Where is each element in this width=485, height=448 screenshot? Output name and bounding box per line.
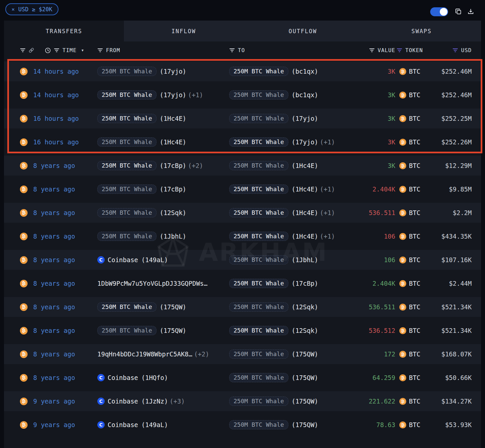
exchange-entity[interactable]: CCoinbase — [97, 398, 138, 405]
filter-icon[interactable] — [229, 48, 235, 52]
token-cell[interactable]: ₿BTC — [395, 374, 426, 381]
address-text[interactable]: (17yjo) — [292, 115, 318, 122]
to-header-label[interactable]: TO — [238, 47, 245, 53]
address-text[interactable]: (1Hc4E) — [292, 233, 318, 240]
token-cell[interactable]: ₿BTC — [395, 233, 426, 240]
address-text[interactable]: (1Hc4E) — [160, 115, 186, 122]
tab-transfers[interactable]: TRANSFERS — [4, 21, 124, 41]
live-toggle[interactable] — [430, 7, 448, 16]
entity-chip[interactable]: 250M BTC Whale — [229, 349, 288, 359]
address-text[interactable]: (1JzNz) — [142, 398, 168, 405]
table-row[interactable]: ₿ 8 years ago CCoinbase (1HQfo) 250M BTC… — [4, 368, 481, 388]
address-text[interactable]: (1Hc4E) — [160, 138, 186, 146]
address-text[interactable]: (149aL) — [142, 256, 168, 263]
chevron-down-icon[interactable]: ▼ — [82, 48, 84, 52]
row-time[interactable]: 8 years ago — [33, 327, 97, 334]
value-header-label[interactable]: VALUE — [378, 47, 395, 53]
entity-chip[interactable]: 250M BTC Whale — [97, 208, 156, 217]
address-text[interactable]: (1Hc4E) — [292, 209, 318, 216]
time-header-label[interactable]: TIME — [62, 47, 77, 53]
token-cell[interactable]: ₿BTC — [395, 256, 426, 263]
token-cell[interactable]: ₿BTC — [395, 350, 426, 358]
row-time[interactable]: 9 years ago — [33, 398, 97, 405]
usd-filter-chip[interactable]: ✕ USD ≥ $20K — [5, 3, 58, 15]
address-text[interactable]: (175QW) — [292, 398, 318, 405]
table-row[interactable]: ₿ 16 hours ago 250M BTC Whale (1Hc4E) 25… — [4, 109, 481, 128]
tab-swaps[interactable]: SWAPS — [362, 21, 481, 41]
table-row[interactable]: ₿ 8 years ago 250M BTC Whale (1JbhL) 250… — [4, 226, 481, 246]
token-cell[interactable]: ₿BTC — [395, 421, 426, 428]
entity-chip[interactable]: 250M BTC Whale — [97, 302, 156, 312]
table-row[interactable]: ₿ 8 years ago CCoinbase (149aL) 250M BTC… — [4, 250, 481, 270]
token-cell[interactable]: ₿BTC — [395, 91, 426, 99]
close-icon[interactable]: ✕ — [12, 6, 15, 12]
row-time[interactable]: 8 years ago — [33, 374, 97, 381]
table-row[interactable]: ₿ 8 years ago 19qHn4bDDcJ19W8WbprC5AK8… … — [4, 344, 481, 364]
row-time[interactable]: 8 years ago — [33, 209, 97, 216]
address-text[interactable]: (12Sqk) — [292, 303, 318, 311]
row-time[interactable]: 8 years ago — [33, 233, 97, 240]
entity-chip[interactable]: 250M BTC Whale — [229, 279, 288, 288]
row-time[interactable]: 8 years ago — [33, 256, 97, 263]
filter-icon-active[interactable] — [452, 48, 458, 52]
entity-chip[interactable]: 250M BTC Whale — [97, 326, 156, 335]
address-text[interactable]: (175QW) — [292, 350, 318, 358]
address-text[interactable]: (17yjo) — [292, 138, 318, 146]
table-row[interactable]: ₿ 8 years ago 250M BTC Whale (17cBp) (+2… — [4, 156, 481, 176]
table-row[interactable]: ₿ 8 years ago 1DbW9PcMw7u5YoVGLpDJ33GQPD… — [4, 273, 481, 293]
token-cell[interactable]: ₿BTC — [395, 186, 426, 193]
token-header-label[interactable]: TOKEN — [405, 47, 423, 53]
entity-chip[interactable]: 250M BTC Whale — [229, 161, 288, 170]
from-header-label[interactable]: FROM — [106, 47, 120, 53]
entity-chip[interactable]: 250M BTC Whale — [97, 67, 156, 76]
filter-icon[interactable] — [20, 48, 26, 52]
row-time[interactable]: 14 hours ago — [33, 68, 97, 75]
entity-chip[interactable]: 250M BTC Whale — [97, 161, 156, 170]
filter-icon[interactable] — [54, 48, 59, 52]
address-text[interactable]: (17cBp) — [160, 162, 186, 169]
address-text[interactable]: (bc1qx) — [292, 68, 318, 75]
table-row[interactable]: ₿ 14 hours ago 250M BTC Whale (17yjo) 25… — [4, 61, 481, 81]
exchange-entity[interactable]: CCoinbase — [97, 374, 138, 381]
exchange-entity[interactable]: CCoinbase — [97, 256, 138, 263]
usd-header-label[interactable]: USD — [461, 47, 472, 53]
entity-chip[interactable]: 250M BTC Whale — [229, 420, 288, 429]
token-cell[interactable]: ₿BTC — [395, 138, 426, 146]
address-text[interactable]: (1JbhL) — [160, 233, 186, 240]
entity-chip[interactable]: 250M BTC Whale — [97, 185, 156, 194]
address-text[interactable]: (175QW) — [160, 327, 186, 334]
table-row[interactable]: ₿ 8 years ago 250M BTC Whale (175QW) 250… — [4, 297, 481, 317]
entity-chip[interactable]: 250M BTC Whale — [229, 90, 288, 100]
exchange-entity[interactable]: CCoinbase — [97, 421, 138, 428]
plain-address[interactable]: 1DbW9PcMw7u5YoVGLpDJ33GQPDWs… — [97, 280, 208, 287]
entity-chip[interactable]: 250M BTC Whale — [229, 67, 288, 76]
entity-chip[interactable]: 250M BTC Whale — [229, 302, 288, 312]
address-text[interactable]: (1HQfo) — [142, 374, 168, 381]
table-row[interactable]: ₿ 8 years ago 250M BTC Whale (12Sqk) 250… — [4, 203, 481, 223]
table-row[interactable]: ₿ 16 hours ago 250M BTC Whale (1Hc4E) 25… — [4, 132, 481, 152]
link-icon[interactable] — [29, 47, 34, 53]
token-cell[interactable]: ₿BTC — [395, 115, 426, 122]
entity-chip[interactable]: 250M BTC Whale — [97, 114, 156, 123]
token-cell[interactable]: ₿BTC — [395, 162, 426, 169]
entity-chip[interactable]: 250M BTC Whale — [229, 255, 288, 264]
entity-chip[interactable]: 250M BTC Whale — [97, 137, 156, 147]
address-text[interactable]: (bc1qx) — [292, 91, 318, 99]
row-time[interactable]: 16 hours ago — [33, 138, 97, 146]
table-row[interactable]: ₿ 8 years ago 250M BTC Whale (175QW) 250… — [4, 321, 481, 340]
entity-chip[interactable]: 250M BTC Whale — [229, 137, 288, 147]
filter-icon-active[interactable] — [397, 48, 402, 52]
address-text[interactable]: (17cBp) — [160, 186, 186, 193]
row-time[interactable]: 8 years ago — [33, 280, 97, 287]
address-text[interactable]: (1JbhL) — [292, 256, 318, 263]
address-text[interactable]: (1Hc4E) — [292, 162, 318, 169]
address-text[interactable]: (17yjo) — [160, 68, 186, 75]
copy-button[interactable] — [454, 7, 463, 16]
address-text[interactable]: (175QW) — [292, 421, 318, 428]
address-text[interactable]: (1Hc4E) — [292, 186, 318, 193]
table-row[interactable]: ₿ 9 years ago CCoinbase (149aL) 250M BTC… — [4, 415, 481, 435]
tab-inflow[interactable]: INFLOW — [124, 21, 243, 41]
token-cell[interactable]: ₿BTC — [395, 398, 426, 405]
row-time[interactable]: 8 years ago — [33, 186, 97, 193]
plain-address[interactable]: 19qHn4bDDcJ19W8WbprC5AK8… — [97, 350, 192, 358]
